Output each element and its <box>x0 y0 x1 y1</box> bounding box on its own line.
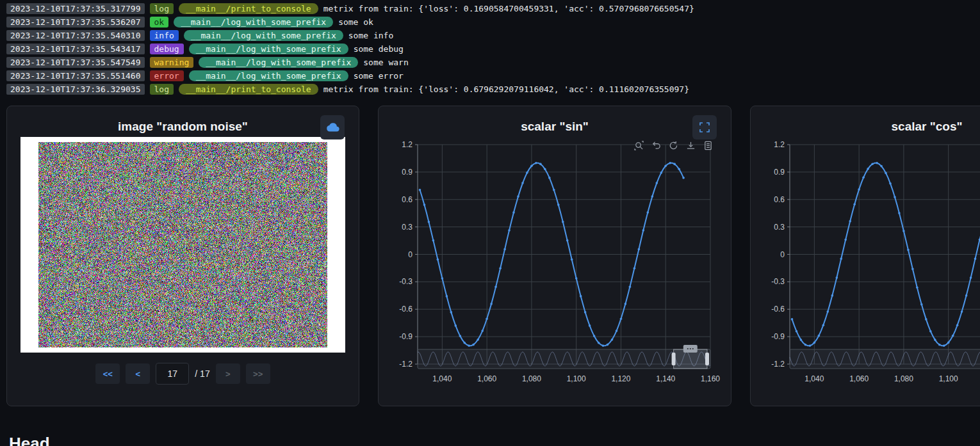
log-message: some info <box>348 30 393 41</box>
svg-text:1.2: 1.2 <box>402 140 412 149</box>
svg-text:0.3: 0.3 <box>402 223 412 232</box>
log-level-badge: ok <box>150 17 169 28</box>
expand-icon <box>699 122 710 132</box>
svg-text:1.2: 1.2 <box>774 140 785 149</box>
svg-text:-0.3: -0.3 <box>771 277 785 286</box>
log-level-badge: info <box>150 30 179 41</box>
log-logger-pill: __main__/log_with_some_prefix <box>174 17 333 28</box>
cards-row: image "random noise" << < / 17 > >> scal… <box>0 106 980 406</box>
section-heading: Head <box>9 434 50 446</box>
log-level-badge: debug <box>150 44 184 54</box>
log-console: 2023-12-10T17:37:35.317799log__main__/pr… <box>0 0 980 102</box>
cloud-upload-button[interactable] <box>320 115 345 139</box>
log-entry: 2023-12-10T17:37:35.536207ok__main__/log… <box>6 17 974 28</box>
svg-text:0.3: 0.3 <box>774 223 785 232</box>
save-image-icon[interactable] <box>686 141 696 150</box>
log-logger-pill: __main__/print_to_console <box>179 3 318 14</box>
log-message: some ok <box>338 17 373 28</box>
log-level-badge: error <box>150 70 184 81</box>
svg-text:1,080: 1,080 <box>894 374 913 383</box>
log-level-badge: log <box>150 84 174 95</box>
svg-text:-0.9: -0.9 <box>771 332 785 341</box>
chart-toolbox <box>634 141 713 150</box>
prev-page-button[interactable]: < <box>126 363 150 384</box>
svg-text:1,140: 1,140 <box>656 374 675 383</box>
log-logger-pill: __main__/log_with_some_prefix <box>189 44 348 54</box>
log-timestamp: 2023-12-10T17:37:35.317799 <box>6 3 145 14</box>
page-input[interactable] <box>156 363 189 385</box>
svg-text:-0.3: -0.3 <box>399 277 412 286</box>
svg-text:-0.9: -0.9 <box>399 332 412 341</box>
svg-text:1,060: 1,060 <box>477 374 496 383</box>
log-entry: 2023-12-10T17:37:35.317799log__main__/pr… <box>6 3 974 14</box>
cloud-icon <box>326 122 339 132</box>
log-message: some error <box>354 70 404 81</box>
sin-chart-card: scalar "sin" 1.20.90.60.30-0.3-0.6-0.9-1… <box>378 106 731 406</box>
data-view-icon[interactable] <box>703 141 713 150</box>
cos-chart-card: scalar "cos" 1.20.90.60.30-0.3-0.6-0.9-1… <box>750 106 980 406</box>
svg-text:0: 0 <box>780 250 785 259</box>
log-level-badge: log <box>150 3 174 14</box>
log-timestamp: 2023-12-10T17:37:35.551460 <box>6 70 145 81</box>
log-entry: 2023-12-10T17:37:35.547549warning__main_… <box>6 57 974 68</box>
svg-text:1,040: 1,040 <box>432 374 452 383</box>
svg-text:1,100: 1,100 <box>939 374 958 383</box>
log-logger-pill: __main__/log_with_some_prefix <box>184 30 343 41</box>
log-timestamp: 2023-12-10T17:37:35.540310 <box>6 30 145 41</box>
svg-text:-0.6: -0.6 <box>399 305 412 314</box>
log-timestamp: 2023-12-10T17:37:36.329035 <box>6 84 145 95</box>
svg-text:0: 0 <box>408 250 412 259</box>
log-message: metrix from train: {'loss': 0.6796292079… <box>323 84 689 95</box>
svg-text:0.9: 0.9 <box>402 168 412 177</box>
sin-chart-title: scalar "sin" <box>379 106 731 134</box>
log-timestamp: 2023-12-10T17:37:35.536207 <box>6 17 145 28</box>
svg-text:1,080: 1,080 <box>522 374 541 383</box>
log-message: some warn <box>363 57 408 68</box>
sin-chart-plot[interactable]: 1.20.90.60.30-0.3-0.6-0.9-1.21,0401,0601… <box>382 136 725 386</box>
page-total-label: / 17 <box>195 369 209 379</box>
noise-image <box>38 142 327 347</box>
zoom-select-icon[interactable] <box>634 141 644 150</box>
log-entry: 2023-12-10T17:37:35.540310info__main__/l… <box>6 30 974 41</box>
svg-text:1,160: 1,160 <box>701 374 720 383</box>
svg-text:1,060: 1,060 <box>849 374 869 383</box>
log-entry: 2023-12-10T17:37:35.543417debug__main__/… <box>6 44 974 54</box>
svg-text:1,100: 1,100 <box>567 374 586 383</box>
svg-text:-0.6: -0.6 <box>771 305 785 314</box>
zoom-reset-icon[interactable] <box>651 141 661 150</box>
last-page-button[interactable]: >> <box>246 363 270 384</box>
svg-text:0.6: 0.6 <box>402 195 412 204</box>
image-card-title: image "random noise" <box>7 106 359 134</box>
log-level-badge: warning <box>150 57 194 68</box>
log-message: metrix from train: {'loss': 0.1690584700… <box>323 3 694 14</box>
log-message: some debug <box>354 44 404 54</box>
next-page-button[interactable]: > <box>216 363 240 384</box>
log-timestamp: 2023-12-10T17:37:35.547549 <box>6 57 145 68</box>
cos-chart-plot[interactable]: 1.20.90.60.30-0.3-0.6-0.9-1.21,0401,0601… <box>755 136 980 386</box>
datazoom-handle[interactable] <box>705 353 709 365</box>
svg-text:1,040: 1,040 <box>804 374 824 383</box>
svg-text:-1.2: -1.2 <box>399 360 412 369</box>
svg-text:-1.2: -1.2 <box>771 360 785 369</box>
image-frame <box>20 137 345 353</box>
image-card: image "random noise" << < / 17 > >> <box>6 106 359 406</box>
sin-chart-area: 1.20.90.60.30-0.3-0.6-0.9-1.21,0401,0601… <box>379 136 731 386</box>
datazoom-handle[interactable] <box>672 353 676 365</box>
datazoom-track[interactable] <box>418 349 710 369</box>
cos-chart-title: scalar "cos" <box>751 106 980 134</box>
log-logger-pill: __main__/log_with_some_prefix <box>189 70 348 81</box>
restore-icon[interactable] <box>669 141 678 150</box>
log-entry: 2023-12-10T17:37:35.551460error__main__/… <box>6 70 974 81</box>
log-entry: 2023-12-10T17:37:36.329035log__main__/pr… <box>6 84 974 95</box>
first-page-button[interactable]: << <box>95 363 120 384</box>
pagination: << < / 17 > >> <box>7 363 359 385</box>
log-timestamp: 2023-12-10T17:37:35.543417 <box>6 44 145 54</box>
cos-chart-area: 1.20.90.60.30-0.3-0.6-0.9-1.21,0401,0601… <box>751 136 980 386</box>
log-logger-pill: __main__/log_with_some_prefix <box>199 57 358 68</box>
svg-text:0.6: 0.6 <box>774 195 785 204</box>
log-logger-pill: __main__/print_to_console <box>179 84 318 95</box>
svg-text:1,120: 1,120 <box>611 374 630 383</box>
svg-text:0.9: 0.9 <box>774 168 785 177</box>
